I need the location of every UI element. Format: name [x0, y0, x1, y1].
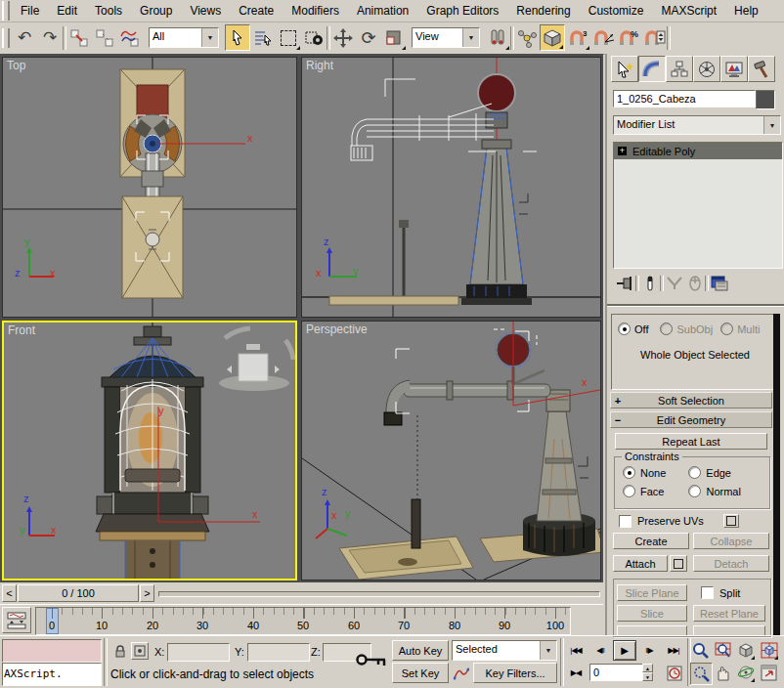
panel-splitter[interactable] [607, 304, 784, 307]
select-object-button[interactable] [225, 24, 250, 51]
menu-group[interactable]: Group [131, 1, 181, 22]
stack-item-editable-poly[interactable]: + Editable Poly [614, 143, 782, 159]
remove-modifier-button[interactable] [684, 274, 705, 294]
attach-settings-button[interactable] [670, 555, 687, 572]
modifier-list-select[interactable]: Modifier List ▼ [613, 115, 781, 135]
collapse-button[interactable]: Collapse [693, 533, 769, 549]
slice-button[interactable]: Slice [617, 605, 687, 622]
toolbar-grip[interactable] [2, 28, 10, 48]
select-and-manipulate-button[interactable] [514, 24, 540, 51]
x-coord-field[interactable] [167, 643, 230, 662]
preserve-uvs-settings-button[interactable] [723, 514, 739, 528]
set-key-button[interactable]: Set Key [392, 663, 449, 683]
viewport-front[interactable]: Front [2, 321, 297, 580]
rollout-edit-geometry[interactable]: − Edit Geometry [610, 411, 772, 428]
select-and-scale-button[interactable] [381, 24, 407, 51]
split-checkbox[interactable] [701, 586, 714, 599]
show-end-result-button[interactable] [639, 274, 660, 294]
viewport-perspective[interactable]: Perspective [301, 321, 601, 580]
unlink-selection-button[interactable] [92, 24, 117, 51]
default-tangents-button[interactable] [452, 663, 471, 683]
menu-animation[interactable]: Animation [348, 1, 417, 22]
reset-plane-button[interactable]: Reset Plane [693, 605, 765, 622]
modifier-stack[interactable]: + Editable Poly [613, 142, 783, 269]
goto-start-button[interactable]: |◀◀ [564, 640, 588, 661]
previous-frame-button[interactable]: ◀‖ [589, 640, 611, 661]
viewport-top-label[interactable]: Top [7, 59, 25, 72]
configure-modifier-sets-button[interactable] [709, 274, 729, 294]
reference-coordinate-select[interactable]: View ▼ [412, 27, 480, 48]
select-and-rotate-button[interactable]: ⟳ [356, 24, 381, 51]
collapse-icon[interactable]: − [611, 414, 625, 426]
use-pivot-center-button[interactable] [485, 24, 510, 51]
macro-recorder-pane[interactable] [2, 639, 102, 663]
snaps-toggle-button[interactable] [540, 24, 565, 51]
key-selection-set-select[interactable]: Selected ▼ [452, 640, 557, 661]
snap-toggle-3d-button[interactable]: 3 [565, 24, 590, 51]
select-by-name-button[interactable] [250, 24, 276, 51]
chevron-down-icon[interactable]: ▼ [201, 28, 218, 47]
tab-display[interactable] [720, 56, 748, 82]
tab-modify[interactable] [638, 56, 666, 82]
time-slider-handle[interactable]: 0 / 100 [18, 584, 139, 602]
spinner-down-icon[interactable]: ▼ [642, 672, 653, 681]
pin-stack-button[interactable] [615, 274, 635, 294]
zoom-button[interactable] [690, 640, 711, 661]
slice-plane-button[interactable]: Slice Plane [617, 584, 687, 601]
create-button[interactable]: Create [613, 533, 689, 549]
menu-maxscript[interactable]: MAXScript [652, 1, 725, 22]
track-bar-ruler[interactable]: 0 10 20 30 40 50 60 70 80 90 100 [35, 607, 571, 635]
time-slider-next-button[interactable]: > [140, 584, 154, 602]
redo-button[interactable]: ↷ [37, 24, 63, 51]
viewport-perspective-label[interactable]: Perspective [306, 322, 368, 336]
window-crossing-button[interactable] [301, 24, 327, 51]
object-color-swatch[interactable] [756, 90, 775, 109]
tab-hierarchy[interactable] [666, 56, 693, 82]
selection-filter-select[interactable]: All ▼ [149, 27, 219, 48]
spinner-snap-toggle-button[interactable] [641, 24, 667, 51]
rectangular-selection-region-button[interactable] [276, 24, 301, 51]
expand-icon[interactable]: + [611, 395, 625, 407]
menu-grip[interactable] [2, 1, 10, 21]
constraint-face-radio[interactable] [623, 485, 635, 497]
attach-button[interactable]: Attach [613, 555, 668, 572]
percent-snap-toggle-button[interactable]: % [616, 24, 641, 51]
time-configuration-button[interactable] [664, 663, 685, 683]
time-slider-prev-button[interactable]: < [2, 584, 17, 602]
viewport-front-canvas[interactable] [4, 322, 295, 579]
selection-subobj-radio[interactable] [660, 322, 673, 335]
auto-key-button[interactable]: Auto Key [392, 640, 449, 661]
menu-modifiers[interactable]: Modifiers [283, 1, 348, 22]
preserve-uvs-checkbox[interactable] [619, 515, 632, 528]
selection-off-radio[interactable] [618, 322, 631, 335]
zoom-region-button[interactable] [690, 663, 713, 685]
viewport-top[interactable]: Top [2, 57, 297, 318]
menu-customize[interactable]: Customize [580, 1, 653, 22]
stack-expand-icon[interactable]: + [618, 147, 627, 155]
repeat-last-button[interactable]: Repeat Last [615, 433, 767, 450]
menu-edit[interactable]: Edit [48, 1, 86, 22]
selection-multi-radio[interactable] [720, 322, 733, 335]
select-and-move-button[interactable] [330, 24, 356, 51]
menu-help[interactable]: Help [725, 1, 767, 22]
current-frame-field[interactable] [589, 664, 648, 681]
rollout-soft-selection[interactable]: + Soft Selection [610, 392, 772, 408]
zoom-extents-all-button[interactable] [759, 640, 779, 661]
tab-create[interactable] [611, 56, 638, 82]
maxscript-listener-pane[interactable]: AXScript. [2, 663, 102, 686]
zoom-all-button[interactable] [713, 640, 733, 661]
mini-curve-editor-button[interactable] [2, 607, 31, 633]
menu-rendering[interactable]: Rendering [507, 1, 579, 22]
spinner-up-icon[interactable]: ▲ [642, 664, 653, 672]
min-max-toggle-button[interactable] [759, 663, 779, 683]
bind-to-spacewarp-button[interactable] [117, 24, 143, 51]
constraint-none-radio[interactable] [623, 466, 635, 479]
time-slider-track[interactable] [158, 591, 600, 597]
key-filters-button[interactable]: Key Filters... [473, 663, 557, 683]
angle-snap-toggle-button[interactable] [590, 24, 616, 51]
selection-lock-toggle[interactable] [109, 641, 130, 662]
menu-graph-editors[interactable]: Graph Editors [417, 1, 507, 22]
chevron-down-icon[interactable]: ▼ [462, 28, 479, 47]
zoom-extents-button[interactable] [735, 640, 756, 661]
absolute-mode-toggle[interactable] [131, 642, 149, 660]
